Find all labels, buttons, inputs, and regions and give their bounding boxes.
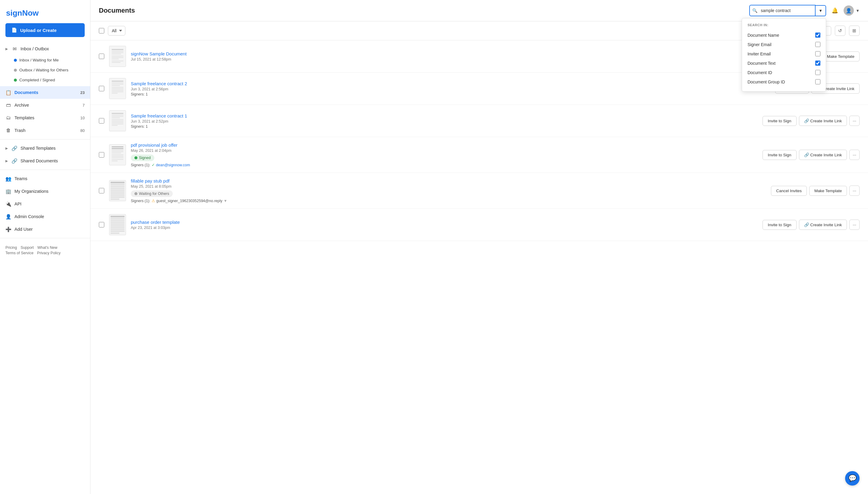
search-option-signer-email[interactable]: Signer Email	[747, 40, 820, 49]
sidebar-item-completed-signed[interactable]: Completed / Signed	[0, 75, 90, 85]
search-checkbox-document-id[interactable]	[815, 70, 820, 75]
svg-rect-13	[112, 84, 124, 84]
svg-rect-8	[112, 60, 124, 61]
doc-checkbox-4[interactable]	[99, 188, 104, 193]
make-template-button-4[interactable]: Make Template	[809, 186, 847, 196]
shared-docs-icon: 🔗	[12, 158, 17, 164]
create-invite-link-button-2[interactable]: 🔗 Create Invite Link	[799, 116, 847, 126]
sidebar-item-inbox-waiting[interactable]: Inbox / Waiting for Me	[0, 55, 90, 65]
invite-sign-button-3[interactable]: Invite to Sign	[762, 150, 796, 160]
more-options-button-3[interactable]: ···	[849, 150, 860, 160]
search-option-document-text[interactable]: Document Text	[747, 58, 820, 68]
support-link[interactable]: Support	[20, 246, 34, 250]
doc-checkbox-3[interactable]	[99, 152, 104, 157]
search-option-document-name[interactable]: Document Name	[747, 31, 820, 40]
sidebar-item-inbox-outbox[interactable]: ▶ ✉ Inbox / Outbox	[0, 42, 90, 55]
select-all-checkbox[interactable]	[99, 28, 104, 34]
doc-thumbnail-1	[109, 78, 126, 99]
templates-icon: 🗂	[5, 115, 12, 121]
chat-fab-button[interactable]: 💬	[845, 471, 860, 486]
more-options-button-5[interactable]: ···	[849, 220, 860, 230]
user-menu[interactable]: 👤 ▼	[844, 5, 860, 16]
more-options-button-2[interactable]: ···	[849, 116, 860, 126]
signer-check-icon-3: ✓	[152, 163, 155, 167]
sidebar-item-my-organizations[interactable]: 🏢 My Organizations	[0, 185, 90, 197]
terms-link[interactable]: Terms of Service	[5, 251, 34, 255]
pricing-link[interactable]: Pricing	[5, 246, 17, 250]
search-checkbox-signer-email[interactable]	[815, 42, 820, 47]
doc-name-5[interactable]: purchase order template	[131, 220, 758, 225]
sidebar: signNow 📄 Upload or Create ▶ ✉ Inbox / O…	[0, 0, 90, 494]
create-invite-link-button-5[interactable]: 🔗 Create Invite Link	[799, 220, 847, 230]
page-title: Documents	[99, 7, 746, 15]
sidebar-item-archive[interactable]: 🗃 Archive 7	[0, 99, 90, 111]
search-dropdown-panel: SEARCH IN: Document Name Signer Email In…	[742, 18, 826, 92]
search-checkbox-inviter-email[interactable]	[815, 51, 820, 56]
doc-name-2[interactable]: Sample freelance contract 1	[131, 113, 758, 118]
svg-rect-17	[112, 90, 124, 91]
svg-rect-35	[112, 153, 121, 153]
doc-name-4[interactable]: fillable pay stub pdf	[131, 178, 766, 184]
sidebar-item-documents[interactable]: 📋 Documents 23	[0, 86, 90, 99]
doc-checkbox-1[interactable]	[99, 86, 104, 91]
svg-rect-33	[112, 150, 124, 151]
svg-rect-47	[111, 192, 125, 194]
upload-create-button[interactable]: 📄 Upload or Create	[5, 23, 85, 37]
sidebar-item-teams[interactable]: 👥 Teams	[0, 172, 90, 185]
search-option-document-id[interactable]: Document ID	[747, 68, 820, 77]
invite-sign-button-2[interactable]: Invite to Sign	[762, 116, 796, 126]
settings-button[interactable]: ⊞	[849, 25, 860, 36]
search-option-document-group-id[interactable]: Document Group ID	[747, 77, 820, 87]
more-options-button-4[interactable]: ···	[849, 186, 860, 196]
svg-rect-6	[112, 57, 124, 58]
notifications-button[interactable]: 🔔	[830, 5, 840, 16]
filter-select[interactable]: All	[108, 26, 125, 36]
status-badge-4: Waiting for Others	[131, 190, 173, 197]
doc-info-0: signNow Sample Document Jul 15, 2021 at …	[131, 51, 771, 61]
avatar[interactable]: 👤	[844, 5, 854, 16]
create-invite-link-button-3[interactable]: 🔗 Create Invite Link	[799, 150, 847, 160]
svg-rect-24	[112, 117, 120, 118]
svg-rect-36	[112, 154, 124, 155]
refresh-button[interactable]: ↺	[835, 25, 845, 36]
privacy-link[interactable]: Privacy Policy	[37, 251, 60, 255]
sidebar-item-shared-documents[interactable]: ▶ 🔗 Shared Documents	[0, 154, 90, 167]
sidebar-item-admin-console[interactable]: 👤 Admin Console	[0, 210, 90, 223]
waiting-dot-icon	[134, 192, 137, 195]
search-checkbox-document-text[interactable]	[815, 60, 820, 66]
svg-rect-14	[112, 85, 120, 86]
link-icon-3: 🔗	[804, 153, 809, 157]
search-input[interactable]	[749, 5, 816, 16]
invite-sign-button-5[interactable]: Invite to Sign	[762, 220, 796, 230]
signer-warn-icon-4: ⚠	[152, 198, 155, 203]
app-logo: signNow	[0, 0, 90, 23]
sidebar-item-outbox-waiting[interactable]: Outbox / Waiting for Others	[0, 65, 90, 75]
svg-rect-26	[112, 121, 124, 121]
search-checkbox-document-group-id[interactable]	[815, 79, 820, 84]
footer-links: Pricing Support What's New Terms of Serv…	[0, 241, 90, 255]
doc-name-1[interactable]: Sample freelance contract 2	[131, 81, 770, 86]
sidebar-item-trash[interactable]: 🗑 Trash 80	[0, 124, 90, 137]
svg-rect-4	[112, 54, 121, 54]
sidebar-item-add-user[interactable]: ➕ Add User	[0, 223, 90, 235]
search-checkbox-document-name[interactable]	[815, 33, 820, 38]
make-template-button-0[interactable]: Make Template	[822, 52, 860, 61]
search-option-inviter-email[interactable]: Inviter Email	[747, 49, 820, 58]
whats-new-link[interactable]: What's New	[37, 246, 57, 250]
doc-checkbox-5[interactable]	[99, 222, 104, 227]
table-row: fillable pay stub pdf May 25, 2021 at 8:…	[90, 173, 868, 209]
doc-date-5: Apr 23, 2021 at 3:03pm	[131, 226, 758, 230]
search-dropdown-button[interactable]: ▼	[816, 5, 826, 16]
doc-actions-3: Invite to Sign 🔗 Create Invite Link ···	[762, 150, 860, 160]
user-menu-arrow[interactable]: ▼	[856, 8, 860, 13]
doc-name-0[interactable]: signNow Sample Document	[131, 51, 771, 56]
status-badge-3: Signed	[131, 154, 154, 161]
doc-checkbox-0[interactable]	[99, 54, 104, 59]
signer-dropdown-arrow-4[interactable]: ▼	[224, 199, 227, 203]
cancel-invites-button-4[interactable]: Cancel Invites	[771, 186, 807, 196]
sidebar-item-api[interactable]: 🔌 API	[0, 197, 90, 210]
sidebar-item-templates[interactable]: 🗂 Templates 10	[0, 111, 90, 124]
sidebar-item-shared-templates[interactable]: ▶ 🔗 Shared Templates	[0, 142, 90, 154]
doc-name-3[interactable]: pdf provisional job offer	[131, 142, 758, 148]
doc-checkbox-2[interactable]	[99, 118, 104, 124]
